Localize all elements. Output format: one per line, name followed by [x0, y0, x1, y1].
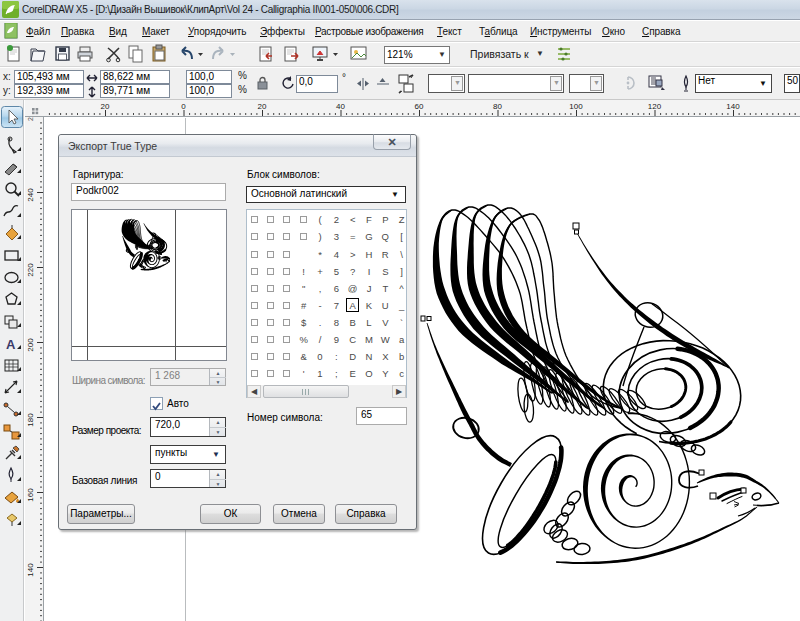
svg-text:140: 140: [26, 563, 35, 577]
svg-text:160: 160: [26, 488, 35, 502]
svg-text:60: 60: [415, 102, 424, 111]
svg-text:220: 220: [26, 263, 35, 277]
svg-text:0: 0: [181, 102, 186, 111]
svg-text:180: 180: [26, 413, 35, 427]
svg-text:80: 80: [493, 102, 502, 111]
svg-text:20: 20: [258, 102, 267, 111]
svg-text:240: 240: [26, 188, 35, 202]
svg-text:200: 200: [26, 338, 35, 352]
svg-text:2: 2: [27, 117, 34, 121]
svg-text:20: 20: [101, 102, 110, 111]
svg-text:100: 100: [569, 102, 583, 111]
svg-text:40: 40: [336, 102, 345, 111]
svg-text:A: A: [6, 337, 16, 352]
svg-text:120: 120: [648, 102, 662, 111]
svg-text:140: 140: [726, 102, 740, 111]
